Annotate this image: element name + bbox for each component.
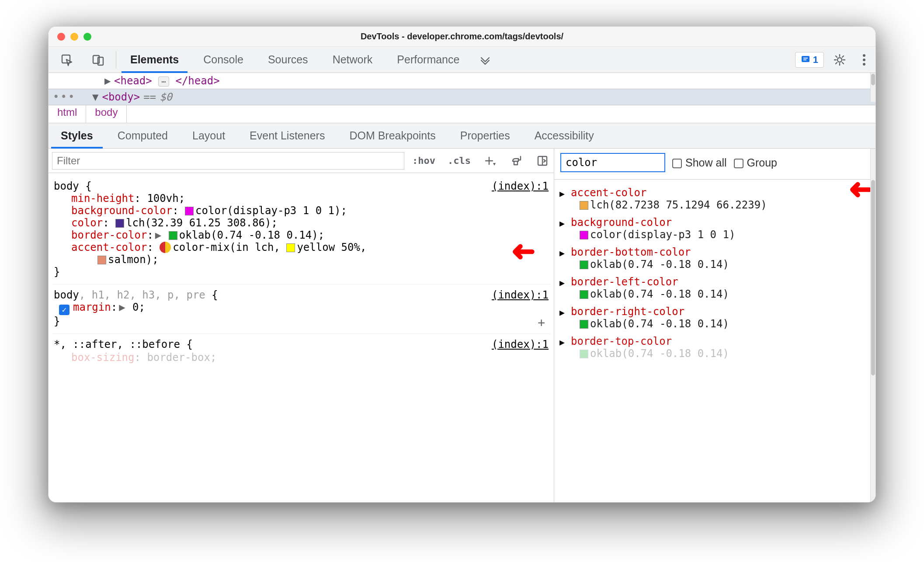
rule-source-link[interactable]: (index):1 — [492, 180, 549, 192]
computed-item[interactable]: ▶ border-right-color oklab(0.74 -0.18 0.… — [560, 303, 872, 333]
svg-rect-0 — [62, 55, 70, 63]
color-swatch-icon[interactable] — [185, 207, 194, 215]
css-prop[interactable]: color: lch(32.39 61.25 308.86); — [54, 217, 549, 229]
subtab-computed[interactable]: Computed — [105, 123, 180, 148]
styles-filter-input[interactable] — [52, 152, 404, 170]
more-icon[interactable] — [855, 54, 873, 66]
issues-badge[interactable]: 1 — [795, 52, 824, 68]
subtab-accessibility[interactable]: Accessibility — [522, 123, 606, 148]
property-enabled-checkbox[interactable]: ✓ — [59, 305, 69, 315]
subtab-dom-breakpoints[interactable]: DOM Breakpoints — [337, 123, 448, 148]
computed-panel-toggle-icon[interactable] — [531, 152, 554, 170]
css-prop[interactable]: box-sizing: border-box; — [54, 351, 549, 364]
tree-scrollbar[interactable] — [870, 73, 875, 102]
color-swatch-icon[interactable] — [115, 219, 124, 228]
gutter-dots-icon[interactable]: ••• — [53, 91, 76, 103]
svg-rect-3 — [802, 56, 809, 62]
panes: :hov .cls ▾ (index):1 body { m — [49, 149, 875, 503]
css-rule[interactable]: (index):1 *, ::after, ::before { box-siz… — [52, 334, 550, 370]
color-swatch-icon[interactable] — [580, 290, 588, 299]
css-rule[interactable]: (index):1 body, h1, h2, h3, p, pre { ✓ma… — [52, 284, 550, 334]
computed-filter-bar: Show all Group — [554, 149, 875, 180]
rules-list: (index):1 body { min-height: 100vh; back… — [49, 173, 554, 370]
color-swatch-icon[interactable] — [286, 243, 295, 252]
color-swatch-icon[interactable] — [97, 256, 106, 264]
show-all-toggle[interactable]: Show all — [672, 156, 727, 169]
titlebar: DevTools - developer.chrome.com/tags/dev… — [49, 27, 875, 47]
rule-source-link[interactable]: (index):1 — [492, 289, 549, 301]
main-tabs: Elements Console Sources Network Perform… — [118, 47, 499, 73]
styles-filter-bar: :hov .cls ▾ — [49, 149, 554, 173]
css-prop[interactable]: border-color:▶ oklab(0.74 -0.18 0.14); — [54, 229, 549, 241]
computed-item[interactable]: ▶ background-color color(display-p3 1 0 … — [560, 214, 872, 243]
group-toggle[interactable]: Group — [734, 156, 777, 169]
computed-scrollbar[interactable] — [870, 149, 875, 503]
css-rule[interactable]: (index):1 body { min-height: 100vh; back… — [52, 176, 550, 284]
computed-list: ▶ accent-color lch(82.7238 75.1294 66.22… — [554, 183, 875, 362]
color-swatch-icon[interactable] — [580, 231, 588, 239]
tabs-overflow-icon[interactable] — [472, 47, 499, 73]
hov-toggle[interactable]: :hov — [408, 152, 440, 170]
dom-body-row[interactable]: ••• ▼ <body> == $0 — [49, 89, 875, 105]
subtab-event-listeners[interactable]: Event Listeners — [237, 123, 337, 148]
computed-item[interactable]: ▶ accent-color lch(82.7238 75.1294 66.22… — [560, 184, 872, 214]
rule-source-link[interactable]: (index):1 — [492, 338, 549, 350]
svg-point-4 — [837, 58, 842, 62]
window-title: DevTools - developer.chrome.com/tags/dev… — [49, 31, 875, 42]
tab-console[interactable]: Console — [191, 47, 256, 73]
svg-point-7 — [863, 63, 865, 66]
tab-elements[interactable]: Elements — [118, 47, 191, 73]
color-swatch-icon[interactable] — [580, 260, 588, 269]
css-prop[interactable]: background-color: color(display-p3 1 0 1… — [54, 205, 549, 217]
tab-performance[interactable]: Performance — [385, 47, 472, 73]
computed-pane: Show all Group ▶ accent-color lch(82.723… — [554, 149, 875, 503]
tab-network[interactable]: Network — [320, 47, 385, 73]
settings-icon[interactable] — [824, 53, 855, 66]
subtab-layout[interactable]: Layout — [180, 123, 237, 148]
dom-head-row[interactable]: ▶ <head> ⋯ </head> — [49, 73, 875, 89]
paint-flash-icon[interactable] — [505, 152, 528, 170]
color-mix-swatch-icon[interactable] — [160, 242, 171, 253]
ellipsis-badge[interactable]: ⋯ — [158, 76, 169, 87]
subtab-styles[interactable]: Styles — [49, 123, 105, 148]
computed-filter-input[interactable] — [560, 153, 665, 172]
css-prop[interactable]: ✓margin:▶ 0; — [54, 301, 549, 315]
svg-point-5 — [863, 54, 865, 57]
color-swatch-icon[interactable] — [580, 320, 588, 329]
color-swatch-icon[interactable] — [580, 201, 588, 210]
cls-toggle[interactable]: .cls — [443, 152, 475, 170]
css-prop[interactable]: min-height: 100vh; — [54, 192, 549, 205]
subtab-properties[interactable]: Properties — [448, 123, 522, 148]
styles-pane: :hov .cls ▾ (index):1 body { m — [49, 149, 554, 503]
new-style-rule-icon[interactable]: ▾ — [479, 152, 501, 170]
tab-sources[interactable]: Sources — [256, 47, 320, 73]
device-toolbar-icon[interactable] — [83, 53, 114, 66]
issues-count: 1 — [813, 54, 818, 66]
dom-tree[interactable]: ▶ <head> ⋯ </head> ••• ▼ <body> == $0 — [49, 73, 875, 102]
add-property-icon[interactable]: + — [538, 316, 545, 330]
sidebar-tabs: Styles Computed Layout Event Listeners D… — [49, 123, 875, 149]
computed-item[interactable]: ▶ border-bottom-color oklab(0.74 -0.18 0… — [560, 243, 872, 273]
color-swatch-icon[interactable] — [580, 350, 588, 358]
svg-point-6 — [863, 59, 865, 61]
main-toolbar: Elements Console Sources Network Perform… — [49, 47, 875, 73]
color-swatch-icon[interactable] — [169, 231, 177, 240]
inspect-element-icon[interactable] — [51, 53, 83, 66]
computed-item[interactable]: ▶ border-left-color oklab(0.74 -0.18 0.1… — [560, 273, 872, 303]
devtools-window: DevTools - developer.chrome.com/tags/dev… — [48, 26, 876, 503]
css-prop[interactable]: accent-color: color-mix(in lch, yellow 5… — [54, 241, 549, 266]
computed-item[interactable]: ▶ border-top-color oklab(0.74 -0.18 0.14… — [560, 333, 872, 362]
